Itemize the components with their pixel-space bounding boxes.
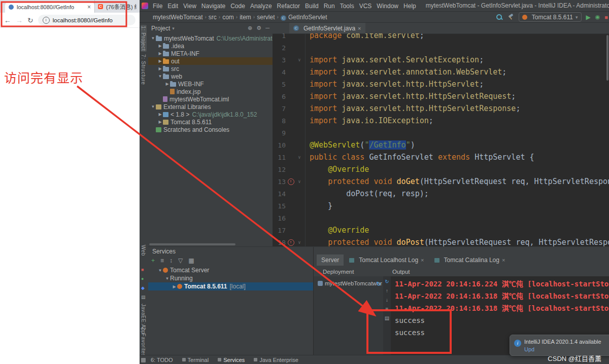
add-icon[interactable]: + [151,257,155,264]
menu-refactor[interactable]: Refactor [275,3,302,10]
run-config-selector[interactable]: Tomcat 8.5.611 ▾ [519,12,582,22]
settings-gear-icon[interactable]: ⚙ [256,25,261,31]
project-tree-item-src[interactable]: ▶src [148,65,273,72]
fold-marker[interactable]: ∨ [296,179,303,184]
redeploy-icon[interactable]: ↻ [376,280,381,287]
server-tab-tomcat-localhost-log[interactable]: Tomcat Localhost Log× [345,254,428,266]
stripe-1-project[interactable]: 1: Project [141,25,147,52]
project-tree-item-external-libraries[interactable]: ▼External Libraries [148,103,273,111]
project-tree-item-mytestwebtomcat[interactable]: ▼mytestWebTomcatC:\Users\Administrator\I… [148,34,273,42]
tree-arrow[interactable]: ▶ [157,66,163,71]
menu-run[interactable]: Run [321,3,337,10]
project-tree-item-mytestwebtomcat-iml[interactable]: mytestWebTomcat.iml [148,95,273,103]
services-tree-item-tomcat-server[interactable]: ▼Tomcat Server [148,266,313,274]
deployment-item[interactable]: mytestWebTomcatwar [314,276,383,286]
menu-code[interactable]: Code [228,3,248,10]
debug-button[interactable]: ◉ [595,14,600,20]
soft-wrap-icon[interactable]: ≡ [386,306,389,312]
tree-arrow[interactable]: ▶ [157,120,163,124]
menu-view[interactable]: View [181,3,199,10]
stop-button[interactable]: ■ [604,14,608,20]
tree-arrow[interactable]: ▼ [150,104,156,109]
up-stack-icon[interactable]: ↑ [386,288,388,294]
grid-toolwindow-icon[interactable]: ▤ [141,295,146,300]
menu-edit[interactable]: Edit [165,3,181,10]
hide-panel-icon[interactable]: ─ [265,25,269,31]
chevron-down-icon[interactable]: ▾ [172,26,175,31]
update-notification[interactable]: i IntelliJ IDEA 2020.1.4 available Upd [510,335,609,356]
horizontal-scrollbar[interactable] [149,243,235,245]
site-info-icon[interactable]: i [43,17,50,24]
server-tab-tomcat-catalina-log[interactable]: Tomcat Catalina Log× [430,254,510,266]
project-tree-item-1-8[interactable]: ▶< 1.8 >C:\java\jdk\jdk1.8.0_152 [148,111,273,118]
project-tree-item-web[interactable]: ▼web [148,72,273,80]
editor-tab-getinfoservlet[interactable]: C GetInfoServlet.java × [289,23,365,33]
project-tree-item-idea[interactable]: ▶.idea [148,42,273,50]
reload-button[interactable]: ↻ [27,16,33,24]
stop-toolwindow-icon[interactable]: ■ [141,267,144,272]
forward-button[interactable]: → [16,16,23,24]
tree-arrow[interactable]: ▶ [164,82,170,86]
fold-marker[interactable]: ∨ [296,240,303,245]
search-icon[interactable] [496,14,503,20]
tree-arrow[interactable]: ▼ [164,276,170,281]
stripe-7-structure[interactable]: 7: Structure [141,54,147,85]
stripe-web[interactable]: Web [141,245,146,256]
breadcrumb-servlet[interactable]: servlet [257,14,275,21]
menu-help[interactable]: Help [401,3,419,10]
build-hammer-icon[interactable] [507,14,514,20]
tab-close-icon[interactable]: × [87,4,91,11]
code-editor[interactable]: 1package com.item.servlet;23∨import java… [273,33,609,246]
vertical-scrollbar[interactable] [606,35,608,81]
breadcrumb-com[interactable]: com [222,14,234,21]
statusbar-terminal[interactable]: Terminal [182,357,209,363]
statusbar-java-enterprise[interactable]: Java Enterprise [254,357,298,363]
breadcrumb-getinfoservlet[interactable]: CGetInfoServlet [281,14,327,21]
project-tree-item-scratches-and-consoles[interactable]: Scratches and Consoles [148,126,273,133]
tab-close-icon[interactable]: × [502,257,505,263]
scroll-end-icon[interactable]: ▤ [385,315,389,321]
statusbar-services[interactable]: Services [218,357,245,363]
group-icon[interactable]: ▦ [188,257,194,264]
tree-arrow[interactable]: ▶ [157,44,163,48]
tree-arrow[interactable]: ▼ [157,268,163,273]
address-bar[interactable]: i localhost:8080//GetInfo [38,15,136,25]
tab-close-icon[interactable]: × [421,257,424,263]
tree-arrow[interactable]: ▶ [157,112,163,117]
sort-icon[interactable]: ↕ [170,257,173,264]
menu-build[interactable]: Build [302,3,321,10]
menu-navigate[interactable]: Navigate [199,3,228,10]
browser-tab-active[interactable]: localhost:8080//GetInfo × [5,2,94,13]
services-tree-item-running[interactable]: ▼Running [148,274,313,282]
override-method-icon[interactable]: ↑ [288,178,294,185]
server-tab-server[interactable]: Server [317,254,344,266]
update-link[interactable]: Upd [524,346,609,352]
locate-icon[interactable]: ⊕ [248,25,252,31]
run-toolwindow-icon[interactable]: ● [141,276,144,281]
menu-analyze[interactable]: Analyze [248,3,275,10]
menu-window[interactable]: Window [374,3,401,10]
back-button[interactable]: ← [4,16,11,24]
breadcrumb-mytestwebtomcat[interactable]: mytestWebTomcat [153,14,202,21]
breadcrumb-item[interactable]: item [240,14,251,21]
down-stack-icon[interactable]: ↓ [386,297,388,303]
tree-arrow[interactable]: ▼ [157,74,163,79]
javaee-app-icon[interactable]: ◆ [141,285,145,290]
menu-file[interactable]: File [150,3,165,10]
breadcrumb-src[interactable]: src [209,14,217,21]
menu-tools[interactable]: Tools [337,3,357,10]
project-tree-item-index-jsp[interactable]: index.jsp [148,88,273,95]
browser-tab-csdn[interactable]: C (76条消息) 红目香薰 [94,0,140,13]
fold-marker[interactable]: ∨ [296,155,303,160]
statusbar-6-todo[interactable]: 6: TODO [151,357,173,363]
tree-arrow[interactable]: ▶ [172,284,177,289]
menu-vcs[interactable]: VCS [357,3,375,10]
run-button[interactable]: ▶ [586,14,591,21]
tree-arrow[interactable]: ▼ [150,36,156,41]
tab-close-icon[interactable]: × [358,25,361,31]
project-panel-title[interactable]: Project [151,25,170,32]
view-options-icon[interactable]: ≡ [160,257,164,264]
fold-marker[interactable]: ∨ [296,57,303,62]
tree-arrow[interactable]: ▶ [157,59,163,63]
toolwindow-toggle-icon[interactable] [141,358,146,362]
